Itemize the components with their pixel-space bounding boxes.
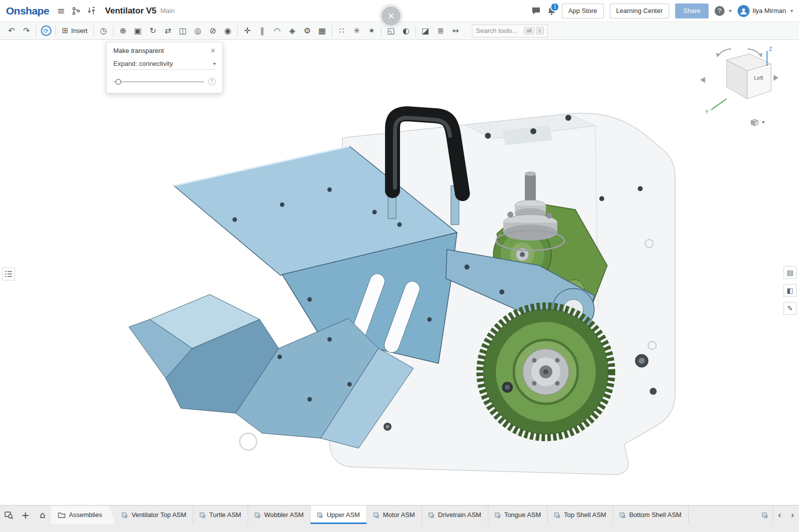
parallel-icon[interactable]: ∥	[255, 24, 270, 38]
parts-list-panel-toggle[interactable]: ▤	[784, 266, 797, 279]
tab-label: Top Shell ASM	[564, 511, 606, 519]
add-tab-button[interactable]: +	[17, 506, 34, 524]
assembly-icon	[255, 513, 259, 517]
dialog-title: Make transparent	[113, 47, 164, 54]
tab-partial[interactable]	[758, 506, 773, 524]
slider-track	[113, 81, 204, 82]
shortcut-c-key: c	[536, 27, 544, 34]
notifications-bell-icon[interactable]: 1	[547, 6, 556, 15]
workspace-name[interactable]: Main	[160, 7, 174, 14]
planar-icon[interactable]: ◫	[175, 24, 190, 38]
tangent-icon[interactable]: ◠	[270, 24, 285, 38]
assembly-icon	[762, 513, 767, 517]
tab-wobbler-asm[interactable]: Wobbler ASM	[248, 506, 311, 524]
assembly-icon	[374, 513, 378, 517]
chevron-down-icon: ▾	[762, 120, 765, 125]
expand-dropdown[interactable]: Expand: connectivity ▾	[113, 60, 216, 70]
help-menu[interactable]: ? ▾	[715, 6, 732, 16]
group-icon[interactable]: ▣	[130, 24, 145, 38]
undo-icon[interactable]: ↶	[4, 24, 19, 38]
list-icon	[5, 271, 12, 277]
search-tools-input[interactable]	[476, 27, 522, 34]
hamburger-menu-icon[interactable]: ≡	[57, 6, 65, 15]
measure-icon[interactable]: ↔	[448, 24, 463, 38]
user-menu[interactable]: Ilya Mirman ▾	[738, 5, 793, 17]
view-style-button[interactable]: ▾	[750, 118, 765, 127]
insert-button[interactable]: ⊞ Insert	[58, 24, 91, 38]
axis-y-label: Y	[705, 109, 709, 115]
insert-icon: ⊞	[62, 27, 68, 34]
graphics-area[interactable]	[0, 40, 799, 505]
overlay-close-button[interactable]: ✕	[382, 6, 400, 25]
display-states-icon[interactable]: ◐	[399, 24, 413, 38]
cylindrical-icon[interactable]: ◎	[190, 24, 205, 38]
user-name: Ilya Mirman	[753, 7, 786, 14]
divider	[113, 25, 113, 36]
assembly-icon	[317, 513, 322, 517]
section-view-icon[interactable]: ◪	[418, 24, 433, 38]
revolute-icon[interactable]: ↻	[145, 24, 160, 38]
appearance-panel-toggle[interactable]: ◧	[784, 284, 797, 297]
tab-tongue-asm[interactable]: Tongue ASM	[488, 506, 548, 524]
follow-mode-icon[interactable]	[88, 6, 96, 15]
mate-icon[interactable]: ⊕	[115, 24, 130, 38]
replicate-icon[interactable]: ▦	[315, 24, 330, 38]
dialog-header: Make transparent ✕	[113, 47, 216, 54]
tab-label: Drivetrain ASM	[438, 511, 481, 519]
standard-content-icon[interactable]: ⚙	[300, 24, 315, 38]
instance-list-panel-toggle[interactable]	[2, 267, 15, 280]
share-button[interactable]: Share	[675, 3, 709, 18]
circular-pattern-icon[interactable]: ✳	[349, 24, 364, 38]
learning-center-button[interactable]: Learning Center	[610, 3, 669, 18]
versions-icon[interactable]	[72, 6, 81, 15]
tab-upper-asm[interactable]: Upper ASM	[311, 506, 367, 524]
tab-bar-right-group: ‹ ›	[758, 506, 799, 524]
app-store-button[interactable]: App Store	[562, 3, 604, 18]
transparency-slider-row: ?	[113, 78, 216, 85]
divider	[36, 25, 36, 36]
tab-label: Turtle ASM	[209, 511, 241, 519]
onshape-logo[interactable]: Onshape	[6, 5, 49, 17]
ball-icon[interactable]: ◉	[220, 24, 235, 38]
linear-pattern-icon[interactable]: ∷	[334, 24, 349, 38]
snapshot-icon[interactable]: ◱	[384, 24, 399, 38]
tab-bottom-shell-asm[interactable]: Bottom Shell ASM	[613, 506, 689, 524]
search-tools-box[interactable]: alt c	[472, 24, 548, 37]
tab-label: Wobbler ASM	[264, 511, 304, 519]
tab-motor-asm[interactable]: Motor ASM	[367, 506, 422, 524]
update-icon[interactable]: ⟳	[38, 24, 53, 38]
slider-help-icon[interactable]: ?	[208, 78, 216, 85]
tab-ventilator-top-asm[interactable]: Ventilator Top ASM	[115, 506, 193, 524]
transparency-slider[interactable]	[113, 78, 204, 85]
scroll-tabs-left-icon[interactable]: ‹	[773, 506, 786, 524]
divider	[332, 25, 332, 36]
tab-label: Bottom Shell ASM	[629, 511, 682, 519]
pin-slot-icon[interactable]: ⊘	[205, 24, 220, 38]
tab-top-shell-asm[interactable]: Top Shell ASM	[548, 506, 613, 524]
view-cube[interactable]: Left Z Y	[698, 44, 781, 121]
redo-icon[interactable]: ↷	[19, 24, 34, 38]
tab-turtle-asm[interactable]: Turtle ASM	[193, 506, 248, 524]
mate-connector-icon[interactable]: ◈	[285, 24, 300, 38]
tab-drivetrain-asm[interactable]: Drivetrain ASM	[422, 506, 488, 524]
explode-icon[interactable]: ✶	[364, 24, 379, 38]
slider-mate-icon[interactable]: ⇄	[160, 24, 175, 38]
dialog-close-icon[interactable]: ✕	[210, 47, 216, 54]
viewcube-face-label[interactable]: Left	[754, 75, 763, 81]
notification-badge: 1	[550, 2, 559, 11]
manage-tabs-icon[interactable]	[0, 506, 17, 524]
home-icon[interactable]: ⌂	[34, 506, 51, 524]
update-glyph: ⟳	[41, 25, 51, 36]
assembly-3d-model[interactable]	[0, 40, 799, 505]
assembly-icon	[122, 513, 126, 517]
edit-appearance-panel-toggle[interactable]: ✎	[784, 302, 797, 315]
comment-icon[interactable]	[531, 6, 541, 15]
scroll-tabs-right-icon[interactable]: ›	[786, 506, 799, 524]
slider-handle[interactable]	[115, 79, 121, 85]
tab-label: Tongue ASM	[504, 511, 541, 519]
assemblies-folder-tab[interactable]: Assemblies	[51, 506, 115, 524]
named-positions-icon[interactable]: ◷	[96, 24, 111, 38]
assembly-icon	[554, 513, 559, 517]
bom-icon[interactable]: ≣	[433, 24, 448, 38]
fastened-icon[interactable]: ✛	[240, 24, 255, 38]
